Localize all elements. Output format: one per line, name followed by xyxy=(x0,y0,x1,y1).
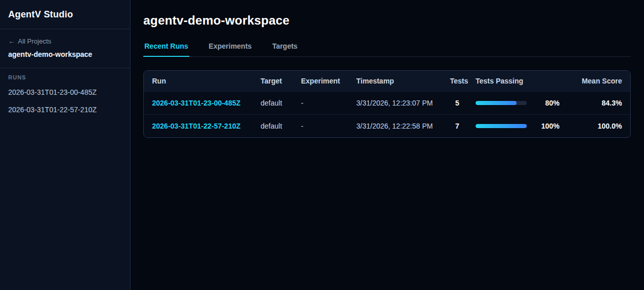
experiment-cell: - xyxy=(293,115,348,138)
mean-score-cell: 84.3% xyxy=(568,92,630,115)
experiment-cell: - xyxy=(293,92,348,115)
all-projects-link[interactable]: ← All Projects xyxy=(8,37,51,45)
app-title: AgentV Studio xyxy=(8,9,122,20)
col-header-run: Run xyxy=(144,71,252,92)
tab-experiments[interactable]: Experiments xyxy=(208,42,253,57)
page-title: agentv-demo-workspace xyxy=(143,13,631,28)
tests-cell: 7 xyxy=(442,115,467,138)
back-arrow-icon: ← xyxy=(8,37,15,45)
target-cell: default xyxy=(252,115,293,138)
tests-cell: 5 xyxy=(442,92,467,115)
table-row: 2026-03-31T01-23-00-485Z default - 3/31/… xyxy=(144,92,630,115)
runs-section-label: RUNS xyxy=(8,74,122,80)
table-header-row: Run Target Experiment Timestamp Tests Te… xyxy=(144,71,630,92)
tab-recent-runs[interactable]: Recent Runs xyxy=(143,42,189,57)
runs-table-card: Run Target Experiment Timestamp Tests Te… xyxy=(143,70,631,138)
sidebar-project-section: ← All Projects agentv-demo-workspace xyxy=(0,29,130,68)
tests-passing-progress-bar xyxy=(476,101,527,105)
sidebar-run-item[interactable]: 2026-03-31T01-22-57-210Z xyxy=(8,101,122,118)
run-link[interactable]: 2026-03-31T01-23-00-485Z xyxy=(152,99,241,107)
col-header-target: Target xyxy=(252,71,293,92)
timestamp-cell: 3/31/2026, 12:22:58 PM xyxy=(348,115,442,138)
run-link[interactable]: 2026-03-31T01-22-57-210Z xyxy=(152,122,241,130)
tests-passing-cell: 100% xyxy=(467,115,568,138)
main-content: agentv-demo-workspace Recent Runs Experi… xyxy=(131,0,644,290)
sidebar-header: AgentV Studio xyxy=(0,0,130,29)
timestamp-cell: 3/31/2026, 12:23:07 PM xyxy=(348,92,442,115)
tests-passing-pct: 100% xyxy=(541,122,560,130)
sidebar-runs-section: RUNS 2026-03-31T01-23-00-485Z 2026-03-31… xyxy=(0,68,130,125)
app-root: AgentV Studio ← All Projects agentv-demo… xyxy=(0,0,644,290)
all-projects-label: All Projects xyxy=(18,37,51,45)
tab-bar: Recent Runs Experiments Targets xyxy=(143,42,631,57)
col-header-mean-score: Mean Score xyxy=(568,71,630,92)
runs-table: Run Target Experiment Timestamp Tests Te… xyxy=(144,71,630,137)
tab-targets[interactable]: Targets xyxy=(271,42,299,57)
tests-passing-progress-bar xyxy=(476,124,527,128)
tests-passing-cell: 80% xyxy=(467,92,568,115)
col-header-tests: Tests xyxy=(442,71,467,92)
sidebar-run-item[interactable]: 2026-03-31T01-23-00-485Z xyxy=(8,84,122,101)
sidebar: AgentV Studio ← All Projects agentv-demo… xyxy=(0,0,131,290)
mean-score-cell: 100.0% xyxy=(568,115,630,138)
col-header-experiment: Experiment xyxy=(293,71,348,92)
sidebar-workspace-name: agentv-demo-workspace xyxy=(8,50,122,58)
col-header-tests-passing: Tests Passing xyxy=(467,71,568,92)
table-row: 2026-03-31T01-22-57-210Z default - 3/31/… xyxy=(144,115,630,138)
target-cell: default xyxy=(252,92,293,115)
col-header-timestamp: Timestamp xyxy=(348,71,442,92)
tests-passing-pct: 80% xyxy=(545,99,560,107)
